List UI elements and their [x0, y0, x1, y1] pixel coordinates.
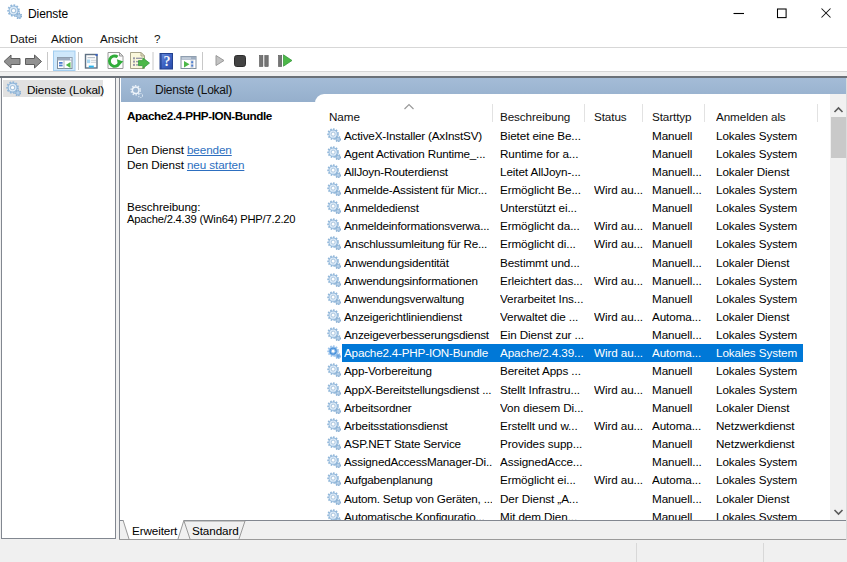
svg-text:?: ?	[164, 54, 171, 69]
